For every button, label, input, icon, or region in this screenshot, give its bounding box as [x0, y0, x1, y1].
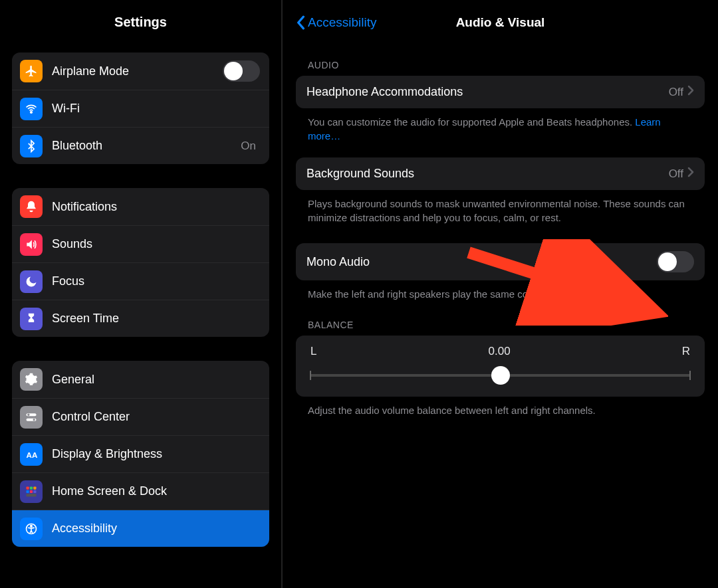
accessibility-icon	[20, 518, 43, 540]
sidebar-group-notifications: Notifications Sounds Focus Screen Time	[12, 188, 269, 337]
sidebar-item-label: Screen Time	[52, 312, 260, 326]
gear-icon	[20, 368, 43, 391]
settings-sidebar: Settings Airplane Mode Wi-Fi Bluetooth O…	[0, 0, 283, 588]
sidebar-item-label: Accessibility	[52, 522, 260, 536]
cell-headphone-accommodations[interactable]: Headphone Accommodations Off	[296, 76, 705, 108]
sidebar-group-general: General Control Center AA Display & Brig…	[12, 361, 269, 547]
sidebar-item-notifications[interactable]: Notifications	[12, 188, 269, 225]
detail-pane: Accessibility Audio & Visual AUDIO Headp…	[283, 0, 718, 588]
balance-right-label: R	[682, 345, 690, 358]
sidebar-item-label: Focus	[52, 274, 260, 288]
sidebar-group-connectivity: Airplane Mode Wi-Fi Bluetooth On	[12, 52, 269, 164]
chevron-left-icon	[296, 15, 305, 30]
sidebar-item-bluetooth[interactable]: Bluetooth On	[12, 127, 269, 164]
sidebar-item-value: On	[241, 140, 256, 153]
airplane-toggle[interactable]	[223, 60, 260, 82]
chevron-right-icon	[687, 167, 694, 181]
cell-label: Background Sounds	[306, 167, 669, 181]
cell-value: Off	[669, 86, 683, 99]
svg-rect-9	[27, 490, 29, 492]
sidebar-item-label: Sounds	[52, 237, 260, 251]
wifi-icon	[20, 98, 43, 120]
sidebar-item-label: Wi-Fi	[52, 102, 260, 116]
sidebar-item-airplane-mode[interactable]: Airplane Mode	[12, 52, 269, 90]
sidebar-item-screen-time[interactable]: Screen Time	[12, 300, 269, 337]
footer-text-span: You can customize the audio for supporte…	[308, 116, 635, 128]
back-label: Accessibility	[308, 15, 376, 30]
section-header-balance: BALANCE	[296, 301, 705, 336]
slider-tick-left	[310, 371, 311, 380]
cell-label: Mono Audio	[306, 255, 657, 269]
svg-point-4	[33, 419, 35, 421]
sidebar-item-display-brightness[interactable]: AA Display & Brightness	[12, 435, 269, 472]
mono-audio-toggle[interactable]	[657, 251, 694, 272]
svg-rect-11	[33, 490, 36, 492]
balance-box: L 0.00 R	[296, 336, 705, 397]
hourglass-icon	[20, 308, 43, 330]
sidebar-item-sounds[interactable]: Sounds	[12, 225, 269, 262]
page-title: Audio & Visual	[456, 15, 545, 30]
grid-icon	[20, 480, 43, 503]
speaker-icon	[20, 233, 43, 256]
sidebar-item-label: Bluetooth	[52, 139, 241, 153]
balance-slider[interactable]	[310, 369, 690, 382]
slider-tick-right	[689, 371, 691, 380]
footer-background: Plays background sounds to mask unwanted…	[296, 190, 705, 225]
airplane-icon	[20, 60, 43, 82]
moon-icon	[20, 270, 43, 293]
cell-value: Off	[669, 167, 683, 181]
balance-labels: L 0.00 R	[310, 345, 690, 358]
svg-text:AA: AA	[27, 450, 38, 459]
sidebar-item-label: Control Center	[52, 410, 260, 424]
cell-background-sounds[interactable]: Background Sounds Off	[296, 157, 705, 190]
footer-balance: Adjust the audio volume balance between …	[296, 397, 705, 417]
sidebar-item-label: Home Screen & Dock	[52, 484, 260, 498]
svg-rect-12	[27, 494, 37, 496]
sidebar-item-general[interactable]: General	[12, 361, 269, 398]
sidebar-item-wifi[interactable]: Wi-Fi	[12, 90, 269, 127]
svg-point-14	[31, 525, 33, 527]
svg-rect-10	[30, 490, 33, 492]
sidebar-item-label: Notifications	[52, 200, 260, 214]
svg-point-3	[27, 413, 29, 415]
sidebar-item-label: General	[52, 373, 260, 387]
cell-label: Headphone Accommodations	[306, 85, 669, 99]
bell-icon	[20, 195, 43, 218]
sidebar-item-control-center[interactable]: Control Center	[12, 398, 269, 435]
settings-title: Settings	[0, 0, 281, 45]
footer-mono: Make the left and right speakers play th…	[296, 280, 705, 301]
nav-bar: Accessibility Audio & Visual	[296, 4, 705, 41]
cell-mono-audio: Mono Audio	[296, 243, 705, 280]
svg-point-0	[31, 111, 33, 113]
sidebar-item-accessibility[interactable]: Accessibility	[12, 510, 269, 547]
sidebar-item-home-screen-dock[interactable]: Home Screen & Dock	[12, 472, 269, 510]
sidebar-item-label: Display & Brightness	[52, 447, 260, 461]
svg-rect-7	[30, 486, 33, 489]
balance-left-label: L	[310, 345, 316, 358]
aa-icon: AA	[20, 443, 43, 466]
slider-knob[interactable]	[491, 366, 510, 385]
svg-rect-6	[27, 486, 29, 489]
section-header-audio: AUDIO	[296, 41, 705, 76]
switches-icon	[20, 406, 43, 429]
chevron-right-icon	[687, 85, 694, 99]
svg-rect-8	[33, 486, 36, 489]
bluetooth-icon	[20, 135, 43, 157]
sidebar-item-focus[interactable]: Focus	[12, 262, 269, 300]
footer-headphone: You can customize the audio for supporte…	[296, 108, 705, 143]
balance-value: 0.00	[489, 345, 511, 358]
sidebar-item-label: Airplane Mode	[52, 64, 223, 78]
back-button[interactable]: Accessibility	[296, 15, 376, 30]
